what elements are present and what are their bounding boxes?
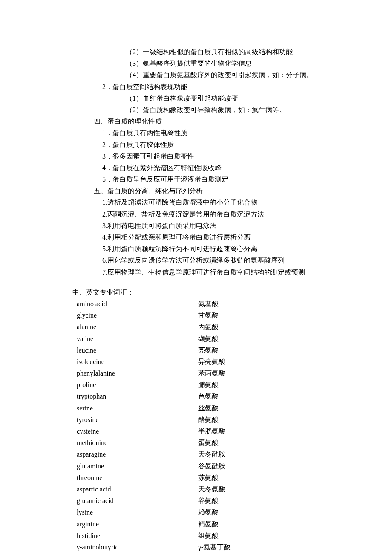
vocab-row: tryptophan色氨酸: [72, 390, 345, 402]
document-body: （2）一级结构相似的蛋白质具有相似的高级结构和功能 （3）氨基酸序列提供重要的生…: [72, 46, 345, 553]
vocab-english: isoleucine: [77, 356, 198, 367]
vocab-row: methionine蛋氨酸: [72, 437, 345, 448]
outline-item: 1．蛋白质具有两性电离性质: [72, 127, 345, 139]
outline-section-title: 四、蛋白质的理化性质: [72, 116, 345, 127]
outline-item: 4．蛋白质在紫外光谱区有特征性吸收峰: [72, 162, 345, 173]
vocab-row: aspartic acid天冬氨酸: [72, 483, 345, 495]
vocab-chinese: 蛋氨酸: [198, 437, 219, 448]
vocab-chinese: 苏氨酸: [198, 472, 219, 483]
vocab-english: amino acid: [77, 298, 198, 309]
vocab-english: tryptophan: [77, 390, 198, 402]
vocab-english: lysine: [77, 506, 198, 518]
vocab-english: γ-aminobutyric: [77, 541, 198, 553]
vocab-chinese: 组氨酸: [198, 530, 219, 541]
outline-item: 6.用化学或反向遗传学方法可分析或演绎多肽链的氨基酸序列: [72, 254, 345, 266]
outline-item: （2）蛋白质构象改变可导致构象病，如：疯牛病等。: [72, 104, 345, 116]
vocab-row: histidine组氨酸: [72, 530, 345, 541]
vocab-english: tyrosine: [77, 414, 198, 425]
vocab-english: methionine: [77, 437, 198, 448]
vocab-heading: 中、英文专业词汇：: [72, 286, 345, 298]
vocab-row: asparagine天冬酰胺: [72, 448, 345, 460]
vocab-english: glycine: [77, 309, 198, 321]
vocab-row: isoleucine异亮氨酸: [72, 356, 345, 367]
vocab-chinese: 亮氨酸: [198, 344, 219, 356]
vocab-row: glycine甘氨酸: [72, 309, 345, 321]
outline-item: （4）重要蛋白质氨基酸序列的改变可引起疾病，如：分子病。: [72, 69, 345, 81]
vocab-chinese: 氨基酸: [198, 298, 219, 309]
vocab-row: arginine精氨酸: [72, 518, 345, 530]
outline-item: 5．蛋白质呈色反应可用于溶液蛋白质测定: [72, 173, 345, 185]
outline-subsection-title: 2．蛋白质空间结构表现功能: [72, 81, 345, 92]
outline-item: 4.利用相分配或亲和原理可将蛋白质进行层析分离: [72, 231, 345, 243]
vocab-english: glutamic acid: [77, 495, 198, 506]
vocab-chinese: 苯丙氨酸: [198, 367, 225, 379]
outline-item: 2.丙酮沉淀、盐析及免疫沉淀是常用的蛋白质沉淀方法: [72, 208, 345, 220]
vocab-row: threonine苏氨酸: [72, 472, 345, 483]
vocab-row: alanine丙氨酸: [72, 321, 345, 332]
vocab-row: serine丝氨酸: [72, 402, 345, 414]
outline-section-title: 五、蛋白质的分离、纯化与序列分析: [72, 185, 345, 197]
vocab-english: alanine: [77, 321, 198, 332]
vocab-chinese: 丝氨酸: [198, 402, 219, 414]
vocab-chinese: 色氨酸: [198, 390, 219, 402]
vocab-chinese: 酪氨酸: [198, 414, 219, 425]
outline-item: 2．蛋白质具有胶体性质: [72, 139, 345, 150]
outline-item: 5.利用蛋白质颗粒沉降行为不同可进行超速离心分离: [72, 243, 345, 254]
outline-item: （2）一级结构相似的蛋白质具有相似的高级结构和功能: [72, 46, 345, 58]
vocab-chinese: 精氨酸: [198, 518, 219, 530]
vocab-english: serine: [77, 402, 198, 414]
outline-item: （3）氨基酸序列提供重要的生物化学信息: [72, 58, 345, 69]
vocab-english: cysteine: [77, 425, 198, 437]
vocab-row: glutamine谷氨酰胺: [72, 460, 345, 472]
outline-item: （1）血红蛋白构象改变引起功能改变: [72, 92, 345, 104]
vocab-chinese: 脯氨酸: [198, 379, 219, 390]
vocab-row: valine缬氨酸: [72, 333, 345, 344]
vocab-row: proline脯氨酸: [72, 379, 345, 390]
vocab-english: phenylalanine: [77, 367, 198, 379]
vocab-chinese: 天冬酰胺: [198, 448, 225, 460]
vocab-chinese: 半胱氨酸: [198, 425, 225, 437]
vocab-chinese: 丙氨酸: [198, 321, 219, 332]
vocab-english: asparagine: [77, 448, 198, 460]
vocab-english: leucine: [77, 344, 198, 356]
vocab-row: phenylalanine苯丙氨酸: [72, 367, 345, 379]
vocab-chinese: γ-氨基丁酸: [198, 541, 231, 553]
vocab-chinese: 缬氨酸: [198, 333, 219, 344]
vocab-row: amino acid氨基酸: [72, 298, 345, 309]
vocab-row: γ-aminobutyricγ-氨基丁酸: [72, 541, 345, 553]
vocab-chinese: 天冬氨酸: [198, 483, 225, 495]
vocab-chinese: 谷氨酸: [198, 495, 219, 506]
vocab-chinese: 甘氨酸: [198, 309, 219, 321]
vocab-chinese: 赖氨酸: [198, 506, 219, 518]
vocab-row: tyrosine酪氨酸: [72, 414, 345, 425]
vocab-english: arginine: [77, 518, 198, 530]
vocab-row: cysteine半胱氨酸: [72, 425, 345, 437]
outline-item: 3．很多因素可引起蛋白质变性: [72, 150, 345, 162]
vocab-row: leucine亮氨酸: [72, 344, 345, 356]
vocab-table: amino acid氨基酸glycine甘氨酸alanine丙氨酸valine缬…: [72, 298, 345, 553]
vocab-english: valine: [77, 333, 198, 344]
vocab-row: glutamic acid谷氨酸: [72, 495, 345, 506]
outline-item: 7.应用物理学、生物信息学原理可进行蛋白质空间结构的测定或预测: [72, 266, 345, 278]
vocab-english: aspartic acid: [77, 483, 198, 495]
vocab-english: histidine: [77, 530, 198, 541]
vocab-chinese: 谷氨酰胺: [198, 460, 225, 472]
outline-item: 3.利用荷电性质可将蛋白质采用电泳法: [72, 220, 345, 231]
vocab-chinese: 异亮氨酸: [198, 356, 225, 367]
vocab-row: lysine赖氨酸: [72, 506, 345, 518]
vocab-english: glutamine: [77, 460, 198, 472]
vocab-english: threonine: [77, 472, 198, 483]
vocab-english: proline: [77, 379, 198, 390]
outline-item: 1.透析及超滤法可清除蛋白质溶液中的小分子化合物: [72, 197, 345, 208]
